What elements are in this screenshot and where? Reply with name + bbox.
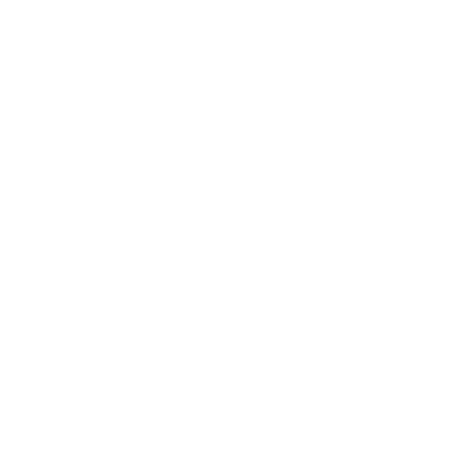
bottleneck-chart [17,18,464,465]
plot-area [17,18,464,465]
chart-container [0,0,476,476]
